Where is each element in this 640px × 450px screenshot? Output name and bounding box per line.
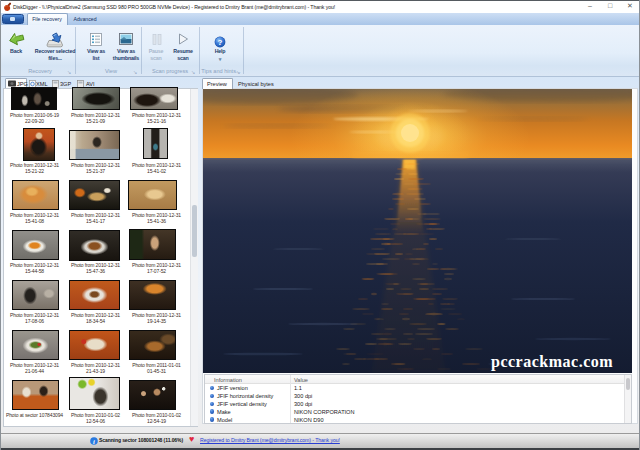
svg-text:?: ? xyxy=(218,38,223,47)
svg-text:i: i xyxy=(93,437,95,444)
